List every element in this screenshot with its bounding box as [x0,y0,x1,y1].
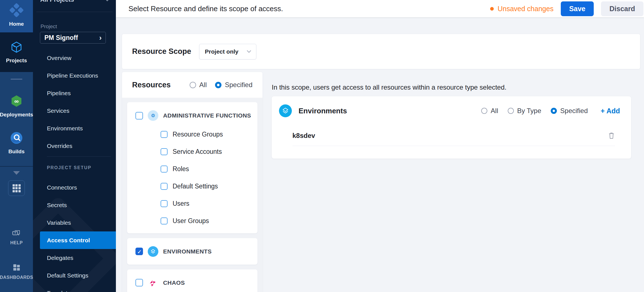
rail-item-home[interactable]: Home [0,0,33,32]
nav-list-setup: Connectors Secrets Variables Access Cont… [33,179,116,292]
roles-checkbox[interactable] [161,166,168,173]
module-grid-button[interactable] [8,180,25,196]
child-default-settings: Default Settings [161,178,257,195]
child-users: Users [161,195,257,212]
resource-scope-label: Resource Scope [132,47,191,56]
unsaved-dot-icon [490,7,494,11]
resource-group-environments: ENVIRONMENTS [127,238,257,265]
rail-item-dashboards[interactable]: DASHBOARDS [0,263,33,280]
resources-title: Resources [132,81,190,89]
discard-button[interactable]: Discard [601,1,643,16]
radio-icon [508,108,514,114]
environments-scope-card: Environments All By Type Specified + Add [272,96,631,159]
nav-item-variables[interactable]: Variables [33,214,116,231]
chevron-down-icon [247,50,251,53]
child-service-accounts: Service Accounts [161,143,257,160]
environments-icon [279,104,292,117]
rail-item-projects[interactable]: Projects [0,32,33,72]
rail-label-deployments: Deployments [0,112,33,118]
child-label: Service Accounts [173,148,222,155]
rail-label-projects: Projects [6,58,27,64]
radio-icon [481,108,487,114]
radio-selected-icon [215,82,221,88]
project-setup-section-label: PROJECT SETUP [47,165,91,170]
environments-card-header: Environments All By Type Specified + Add [272,96,631,125]
chaos-icon [148,279,158,287]
environment-row-k8sdev: k8sdev [292,125,615,146]
resources-radio-all[interactable]: All [190,81,207,89]
all-projects-label: All Projects [40,0,74,3]
resource-groups-checkbox[interactable] [161,131,168,138]
environments-icon [148,246,158,257]
resource-group-list: ⚙ ADMINISTRATIVE FUNCTIONS Resource Grou… [122,98,263,292]
deployments-hexagon-icon: ∞ [10,94,23,109]
save-button[interactable]: Save [561,1,594,16]
project-name: PM Signoff [44,34,78,42]
collapse-chevron-down-icon[interactable] [13,171,20,175]
nav-item-connectors[interactable]: Connectors [33,179,116,196]
default-settings-checkbox[interactable] [161,183,168,190]
rail-label-help: HELP [10,240,23,245]
nav-item-overrides[interactable]: Overrides [33,137,116,155]
nav-item-default-settings[interactable]: Default Settings [33,267,116,284]
child-resource-groups: Resource Groups [161,126,257,143]
project-sidebar: All Projects Project PM Signoff › Overvi… [33,0,116,292]
env-radio-all[interactable]: All [481,107,498,115]
admin-functions-checkbox[interactable] [135,112,143,119]
nav-item-pipelines[interactable]: Pipelines [33,84,116,102]
child-label: Users [173,200,189,207]
env-radio-specified[interactable]: Specified [551,107,588,115]
env-radio-by-type[interactable]: By Type [508,107,541,115]
nav-item-access-control[interactable]: Access Control [40,231,116,249]
add-environment-button[interactable]: + Add [601,107,620,115]
nav-item-overview[interactable]: Overview [33,49,116,67]
page-header: Select Resource and define its scope of … [116,0,644,17]
child-label: Roles [173,165,189,173]
grid-icon [13,184,21,192]
resources-radio-specified[interactable]: Specified [215,81,252,89]
resource-scope-dropdown[interactable]: Project only [199,44,256,59]
rail-item-help[interactable]: ? HELP [0,230,33,245]
project-label: Project [40,23,57,30]
nav-item-secrets[interactable]: Secrets [33,196,116,214]
builds-magnifier-icon [10,131,23,146]
svg-text:∞: ∞ [14,98,19,105]
nav-item-templates[interactable]: Templates [33,284,116,292]
resources-panel: Resources All Specified ⚙ ADMINISTRATIVE [122,72,263,292]
child-roles: Roles [161,160,257,178]
rail-divider-line [0,166,33,167]
environments-scope-options: All By Type Specified + Add [481,107,620,115]
environments-checkbox[interactable] [135,248,143,255]
rail-label-dashboards: DASHBOARDS [0,275,33,280]
nav-item-services[interactable]: Services [33,102,116,119]
page-content: Resource Scope Project only Resources Al… [116,17,644,292]
radio-all-label: All [491,107,498,115]
nav-item-pipeline-executions[interactable]: Pipeline Executions [33,67,116,84]
resource-group-chaos: CHAOS [127,269,257,292]
project-selector[interactable]: PM Signoff › [40,32,106,44]
rail-item-deployments[interactable]: ∞ Deployments [0,94,33,118]
sidebar-top-item-clipped[interactable]: All Projects [40,0,110,4]
delete-trash-icon[interactable] [608,132,615,139]
resource-scope-selected-value: Project only [205,48,238,55]
unsaved-changes-label: Unsaved changes [498,5,554,13]
group-label: ENVIRONMENTS [163,248,212,255]
service-accounts-checkbox[interactable] [161,148,168,155]
rail-item-builds[interactable]: Builds [0,131,33,155]
unsaved-changes-indicator: Unsaved changes [490,5,554,13]
nav-item-delegates[interactable]: Delegates [33,249,116,267]
users-checkbox[interactable] [161,200,168,207]
scope-description: In this scope, users get access to all r… [272,83,506,91]
child-user-groups: User Groups [161,212,257,229]
chevron-right-icon: › [99,34,102,41]
chaos-checkbox[interactable] [135,279,143,286]
resource-group-administrative-functions: ⚙ ADMINISTRATIVE FUNCTIONS Resource Grou… [127,102,257,233]
user-groups-checkbox[interactable] [161,217,168,224]
dashboards-blocks-icon [12,263,21,273]
environments-card-title: Environments [299,107,481,115]
nav-item-environments[interactable]: Environments [33,119,116,137]
resources-header: Resources All Specified [122,72,263,98]
sidebar-divider [47,156,111,157]
rail-lower-section: ∞ Deployments Builds [0,72,33,292]
resource-scope-card: Resource Scope Project only [122,34,640,69]
